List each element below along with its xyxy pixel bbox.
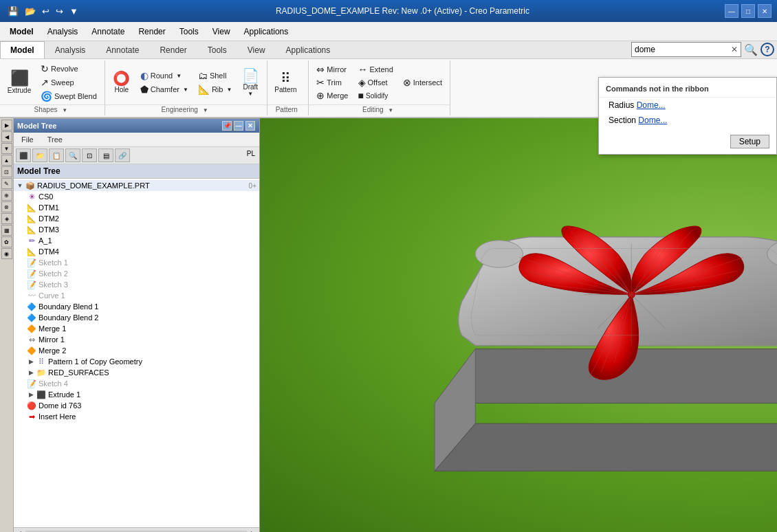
tree-tb-btn-7[interactable]: 🔗: [115, 148, 130, 162]
shapes-arrow-icon[interactable]: ▼: [62, 107, 67, 113]
tree-item-merge2[interactable]: 🔶 Merge 2: [13, 345, 259, 356]
tree-menu-tree[interactable]: Tree: [42, 134, 68, 145]
intersect-button[interactable]: ⊗ Intersect: [400, 76, 446, 89]
radius-dome-link[interactable]: Dome...: [637, 100, 666, 110]
solidify-button[interactable]: ■ Solidify: [355, 89, 397, 102]
tree-item-inserthere[interactable]: ➡ Insert Here: [13, 411, 259, 422]
help-icon[interactable]: ?: [760, 43, 774, 56]
qa-btn-save[interactable]: 💾: [6, 5, 21, 18]
tree-item-sketch4[interactable]: 📝 Sketch 4: [13, 378, 259, 389]
sweep-button[interactable]: ↗ Sweep: [37, 76, 100, 89]
qa-btn-more[interactable]: ▼: [67, 5, 80, 18]
tree-scroll-left[interactable]: ◄: [16, 529, 23, 532]
tab-view[interactable]: View: [237, 41, 276, 58]
sidebar-btn-9[interactable]: ◈: [1, 213, 12, 224]
draft-arrow[interactable]: ▼: [248, 91, 253, 97]
tree-tb-btn-3[interactable]: 📋: [49, 148, 64, 162]
tree-item-a1[interactable]: ✏ A_1: [13, 235, 259, 246]
tree-minimize-icon[interactable]: —: [234, 121, 243, 131]
tree-tb-btn-6[interactable]: ▤: [98, 148, 113, 162]
menu-item-render[interactable]: Render: [131, 24, 172, 39]
chamfer-button[interactable]: ⬟ Chamfer ▼: [137, 83, 192, 96]
tree-scroll-right[interactable]: ►: [250, 529, 256, 532]
menu-item-model[interactable]: Model: [3, 24, 41, 39]
menu-item-tools[interactable]: Tools: [173, 24, 206, 39]
tree-tb-btn-2[interactable]: 📁: [32, 148, 47, 162]
tree-close-icon[interactable]: ✕: [245, 121, 255, 131]
tab-tools[interactable]: Tools: [197, 41, 237, 58]
rib-button[interactable]: 📐 Rib ▼: [195, 83, 235, 96]
hole-button[interactable]: ⭕ Hole: [109, 69, 134, 96]
menu-item-applications[interactable]: Applications: [237, 24, 296, 39]
extend-button[interactable]: ↔ Extend: [355, 63, 397, 76]
tree-item-cs0[interactable]: ✳ CS0: [13, 191, 259, 202]
tree-item-mirror1[interactable]: ⇔ Mirror 1: [13, 334, 259, 345]
search-input[interactable]: [635, 45, 731, 54]
tree-menu-file[interactable]: File: [16, 134, 39, 145]
tab-render[interactable]: Render: [149, 41, 197, 58]
sidebar-btn-1[interactable]: ▶: [1, 120, 12, 131]
sidebar-btn-7[interactable]: ⊕: [1, 190, 12, 201]
engineering-arrow-icon[interactable]: ▼: [203, 107, 208, 113]
tab-applications[interactable]: Applications: [276, 41, 341, 58]
tree-tb-btn-1[interactable]: ⬛: [16, 148, 31, 162]
tree-item-dtm2[interactable]: 📐 DTM2: [13, 213, 259, 224]
sidebar-btn-4[interactable]: ▲: [1, 155, 12, 166]
tree-item-red-surfaces[interactable]: ▶ 📁 RED_SURFACES: [13, 367, 259, 378]
mirror-button[interactable]: ⇔ Mirror: [313, 63, 351, 76]
tree-item-curve1[interactable]: 〰 Curve 1: [13, 290, 259, 301]
viewport-canvas[interactable]: [260, 118, 777, 532]
tree-tb-btn-5[interactable]: ⊡: [82, 148, 97, 162]
swept-blend-button[interactable]: 🌀 Swept Blend: [37, 90, 100, 102]
section-dome-link[interactable]: Dome...: [638, 115, 667, 125]
sidebar-btn-5[interactable]: ⊡: [1, 166, 12, 177]
shell-button[interactable]: 🗂 Shell: [195, 69, 235, 82]
trim-button[interactable]: ✂ Trim: [313, 76, 351, 89]
dropdown-item-section[interactable]: Section Dome...: [599, 113, 776, 128]
tree-item-bb1[interactable]: 🔷 Boundary Blend 1: [13, 301, 259, 312]
win-maximize[interactable]: □: [741, 4, 755, 18]
tree-item-sketch1[interactable]: 📝 Sketch 1: [13, 257, 259, 268]
sidebar-btn-2[interactable]: ◀: [1, 131, 12, 142]
round-button[interactable]: ◐ Round ▼: [137, 69, 192, 82]
menu-item-annotate[interactable]: Annotate: [85, 24, 131, 39]
sidebar-btn-10[interactable]: ▦: [1, 225, 12, 236]
tab-model[interactable]: Model: [0, 41, 45, 58]
tab-analysis[interactable]: Analysis: [45, 41, 96, 58]
tree-item-pattern1[interactable]: ▶ ⠿ Pattern 1 of Copy Geometry: [13, 356, 259, 367]
tree-item-dtm1[interactable]: 📐 DTM1: [13, 202, 259, 213]
search-icon[interactable]: 🔍: [744, 43, 758, 56]
sidebar-btn-6[interactable]: ✎: [1, 178, 12, 189]
tree-tb-btn-4[interactable]: 🔍: [65, 148, 80, 162]
qa-btn-open[interactable]: 📂: [23, 5, 38, 18]
dropdown-item-radius[interactable]: Radius Dome...: [599, 98, 776, 113]
sidebar-btn-11[interactable]: ✿: [1, 236, 12, 247]
qa-btn-redo[interactable]: ↪: [54, 5, 65, 18]
tab-annotate[interactable]: Annotate: [96, 41, 149, 58]
merge-button[interactable]: ⊕ Merge: [313, 89, 351, 102]
revolve-button[interactable]: ↻ Revolve: [37, 63, 100, 75]
tree-item-dome1[interactable]: 🔴 Dome id 763: [13, 400, 259, 411]
menu-item-view[interactable]: View: [206, 24, 237, 39]
tree-pin-icon[interactable]: 📌: [222, 121, 232, 131]
qa-btn-undo[interactable]: ↩: [40, 5, 52, 18]
tree-item-root[interactable]: ▼ 📦 RADIUS_DOME_EXAMPLE.PRT 0+: [13, 180, 259, 191]
tree-item-bb2[interactable]: 🔷 Boundary Blend 2: [13, 312, 259, 323]
sidebar-btn-3[interactable]: ▼: [1, 143, 12, 154]
round-arrow[interactable]: ▼: [176, 73, 182, 79]
sidebar-btn-8[interactable]: ⊗: [1, 201, 12, 212]
extrude-button[interactable]: ⬛ Extrude: [4, 69, 34, 96]
chamfer-arrow[interactable]: ▼: [183, 87, 188, 93]
tree-item-dtm4[interactable]: 📐 DTM4: [13, 246, 259, 257]
win-close[interactable]: ✕: [758, 4, 771, 18]
win-minimize[interactable]: —: [725, 4, 738, 18]
setup-button[interactable]: Setup: [730, 135, 769, 148]
rib-arrow[interactable]: ▼: [226, 87, 232, 93]
tree-item-merge1[interactable]: 🔶 Merge 1: [13, 323, 259, 334]
offset-button[interactable]: ◈ Offset: [355, 76, 397, 89]
pattern-button[interactable]: ⠿ Pattern: [272, 69, 299, 96]
sidebar-btn-12[interactable]: ◉: [1, 248, 12, 259]
tree-item-sketch3[interactable]: 📝 Sketch 3: [13, 279, 259, 290]
menu-item-analysis[interactable]: Analysis: [41, 24, 85, 39]
editing-arrow-icon[interactable]: ▼: [388, 107, 393, 113]
